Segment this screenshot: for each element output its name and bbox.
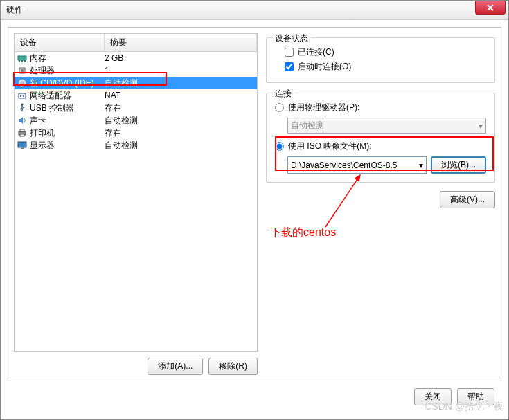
svg-point-9	[20, 95, 21, 97]
svg-rect-16	[21, 148, 24, 149]
main-panel: 设备 摘要 内存2 GB处理器1新 CD/DVD (IDE)自动检测网络适配器N…	[8, 27, 501, 381]
svg-point-10	[23, 95, 24, 97]
connected-label: 已连接(C)	[298, 46, 334, 58]
svg-rect-0	[18, 56, 26, 60]
header-device[interactable]: 设备	[15, 34, 105, 51]
cd-icon	[17, 78, 27, 88]
use-physical-radio[interactable]	[275, 103, 284, 112]
svg-point-7	[21, 82, 24, 84]
table-row[interactable]: 网络适配器NAT	[15, 89, 257, 102]
dialog-footer: 关闭 帮助	[8, 381, 501, 412]
device-table: 设备 摘要 内存2 GB处理器1新 CD/DVD (IDE)自动检测网络适配器N…	[14, 33, 258, 352]
right-panel: 设备状态 已连接(C) 启动时连接(O) 连接 使用物理驱动器(P):	[266, 33, 495, 375]
device-name: 网络适配器	[30, 90, 71, 102]
add-button[interactable]: 添加(A)...	[148, 358, 203, 375]
use-physical-label: 使用物理驱动器(P):	[288, 102, 359, 113]
physical-drive-value: 自动检测	[291, 120, 324, 131]
svg-rect-2	[21, 60, 23, 62]
remove-button[interactable]: 移除(R)	[208, 358, 258, 375]
close-button[interactable]: 关闭	[414, 388, 452, 405]
table-row[interactable]: 显示器自动检测	[15, 139, 257, 152]
connection-group-title: 连接	[272, 88, 294, 100]
chevron-down-icon: ▾	[479, 121, 483, 131]
device-summary: 1	[105, 66, 254, 75]
table-header: 设备 摘要	[15, 34, 257, 52]
sound-icon	[17, 116, 27, 125]
memory-icon	[17, 53, 27, 63]
device-status-group: 设备状态 已连接(C) 启动时连接(O)	[266, 37, 495, 83]
svg-rect-14	[20, 134, 24, 136]
hardware-dialog: 硬件 设备 摘要 内存2 GB处理器1新 CD/DVD (IDE)自动检测网络适…	[0, 0, 509, 420]
use-iso-label: 使用 ISO 映像文件(M):	[288, 140, 372, 152]
iso-path-value: D:\JavaServices\CentOS-8.5	[291, 161, 397, 170]
connected-checkbox[interactable]	[285, 48, 294, 57]
device-name: 处理器	[30, 65, 55, 77]
svg-rect-3	[24, 60, 26, 62]
device-summary: NAT	[105, 91, 254, 100]
cpu-icon	[17, 66, 27, 75]
connection-group: 连接 使用物理驱动器(P): 自动检测 ▾ 使用 ISO 映像文件(M):	[266, 93, 495, 183]
advanced-button[interactable]: 高级(V)...	[440, 191, 495, 208]
svg-rect-5	[21, 69, 24, 72]
table-row[interactable]: 处理器1	[15, 64, 257, 77]
table-body: 内存2 GB处理器1新 CD/DVD (IDE)自动检测网络适配器NATUSB …	[15, 52, 257, 152]
use-iso-radio[interactable]	[275, 142, 284, 151]
device-name: USB 控制器	[30, 102, 74, 114]
svg-rect-1	[19, 60, 20, 62]
header-summary[interactable]: 摘要	[105, 34, 257, 51]
table-row[interactable]: 打印机存在	[15, 127, 257, 139]
window-title: 硬件	[6, 4, 23, 16]
network-icon	[17, 91, 27, 100]
close-icon	[487, 4, 494, 11]
content-area: 设备 摘要 内存2 GB处理器1新 CD/DVD (IDE)自动检测网络适配器N…	[1, 20, 508, 419]
titlebar: 硬件	[1, 1, 508, 20]
printer-icon	[17, 128, 27, 138]
display-icon	[17, 140, 27, 150]
usb-icon	[17, 103, 27, 113]
svg-rect-15	[18, 142, 26, 147]
physical-drive-combo[interactable]: 自动检测 ▾	[287, 118, 486, 134]
svg-point-11	[21, 104, 24, 106]
iso-path-combo[interactable]: D:\JavaServices\CentOS-8.5 ▾	[287, 156, 427, 174]
table-row[interactable]: 内存2 GB	[15, 52, 257, 64]
chevron-down-icon: ▾	[419, 161, 423, 170]
device-summary: 2 GB	[105, 53, 254, 63]
connect-on-start-checkbox[interactable]	[285, 62, 294, 71]
device-name: 打印机	[30, 127, 55, 139]
device-summary: 自动检测	[105, 77, 254, 89]
svg-rect-8	[19, 93, 26, 98]
svg-rect-13	[20, 129, 24, 131]
device-summary: 存在	[105, 127, 254, 139]
device-summary: 自动检测	[105, 115, 254, 127]
table-row[interactable]: 新 CD/DVD (IDE)自动检测	[15, 77, 257, 89]
device-name: 声卡	[30, 115, 46, 127]
device-name: 显示器	[30, 140, 55, 152]
device-name: 内存	[30, 53, 46, 64]
left-panel: 设备 摘要 内存2 GB处理器1新 CD/DVD (IDE)自动检测网络适配器N…	[14, 33, 258, 375]
browse-button[interactable]: 浏览(B)...	[431, 156, 486, 174]
device-summary: 自动检测	[105, 140, 254, 152]
left-buttons: 添加(A)... 移除(R)	[14, 352, 258, 375]
device-summary: 存在	[105, 102, 254, 114]
annotation-text: 下载的centos	[270, 226, 336, 240]
device-name: 新 CD/DVD (IDE)	[30, 77, 94, 89]
connect-on-start-label: 启动时连接(O)	[298, 61, 351, 73]
table-row[interactable]: USB 控制器存在	[15, 102, 257, 114]
close-window-button[interactable]	[475, 1, 506, 15]
help-button[interactable]: 帮助	[457, 388, 494, 405]
table-row[interactable]: 声卡自动检测	[15, 114, 257, 127]
status-group-title: 设备状态	[272, 33, 311, 44]
